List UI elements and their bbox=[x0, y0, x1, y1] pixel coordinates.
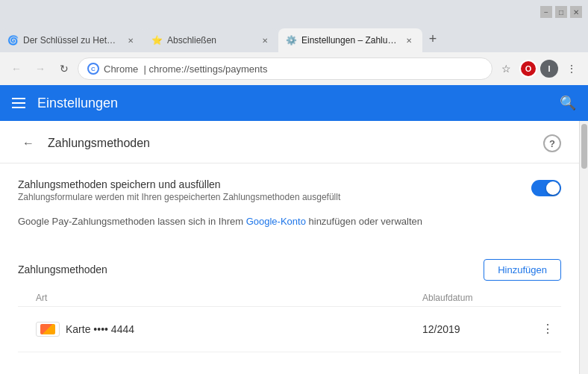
back-button[interactable]: ← bbox=[6, 58, 27, 79]
toggle-thumb bbox=[546, 181, 560, 195]
google-pay-text: Google Pay-Zahlungsmethoden lassen sich … bbox=[18, 214, 561, 229]
help-button[interactable]: ? bbox=[543, 134, 561, 152]
tab-1-icon: 🌀 bbox=[7, 35, 19, 46]
hamburger-line-2 bbox=[12, 102, 25, 104]
address-text: Chrome | chrome://settings/payments bbox=[104, 63, 267, 75]
toggle-label: Zahlungsmethoden speichern und ausfüllen bbox=[18, 178, 340, 190]
reload-button[interactable]: ↻ bbox=[54, 58, 75, 79]
toggle-text: Zahlungsmethoden speichern und ausfüllen… bbox=[18, 178, 340, 202]
tab-3-label: Einstellungen – Zahlungs bbox=[301, 35, 398, 46]
content-area: ← Zahlungsmethoden ? Zahlungsmethoden sp… bbox=[0, 121, 579, 374]
col-expiry-header: Ablaufdatum bbox=[422, 293, 534, 303]
tab-bar: 🌀 Der Schlüssel zu Hetman P ✕ ⭐ Abschlie… bbox=[0, 24, 588, 52]
col-type-header: Art bbox=[36, 293, 422, 303]
address-bar-row: ← → ↻ C Chrome | chrome://settings/payme… bbox=[0, 52, 588, 85]
tab-1-close[interactable]: ✕ bbox=[125, 34, 137, 46]
maximize-button[interactable]: □ bbox=[555, 6, 567, 18]
add-payment-button[interactable]: Hinzufügen bbox=[484, 259, 561, 281]
tab-2-close[interactable]: ✕ bbox=[259, 34, 271, 46]
tab-1-label: Der Schlüssel zu Hetman P bbox=[23, 35, 120, 46]
close-button[interactable]: ✕ bbox=[570, 6, 582, 18]
new-tab-button[interactable]: + bbox=[422, 28, 443, 49]
tab-2[interactable]: ⭐ Abschließen ✕ bbox=[144, 28, 278, 52]
table-row: Karte •••• 4444 12/2019 ⋮ bbox=[18, 307, 561, 352]
title-bar: − □ ✕ bbox=[0, 0, 588, 24]
tab-2-icon: ⭐ bbox=[151, 35, 163, 46]
main-content: ← Zahlungsmethoden ? Zahlungsmethoden sp… bbox=[0, 121, 588, 374]
payment-toggle[interactable] bbox=[531, 180, 561, 196]
hamburger-line-3 bbox=[12, 107, 25, 108]
table-header: Art Ablaufdatum bbox=[18, 290, 561, 307]
chrome-search-icon[interactable]: 🔍 bbox=[560, 95, 576, 111]
col-actions-header bbox=[534, 293, 561, 303]
address-bar[interactable]: C Chrome | chrome://settings/payments bbox=[78, 57, 492, 80]
settings-section: Zahlungsmethoden speichern und ausfüllen… bbox=[0, 163, 579, 259]
page-title: Zahlungsmethoden bbox=[48, 137, 150, 150]
card-expiry: 12/2019 bbox=[422, 323, 534, 335]
payment-methods-section: Zahlungsmethoden Hinzufügen Art Ablaufda… bbox=[0, 259, 579, 352]
chrome-header: Einstellungen 🔍 bbox=[0, 85, 588, 121]
menu-button[interactable]: ⋮ bbox=[561, 58, 582, 79]
scrollbar[interactable] bbox=[579, 121, 588, 374]
toggle-row: Zahlungsmethoden speichern und ausfüllen… bbox=[18, 178, 561, 202]
card-more-button[interactable]: ⋮ bbox=[534, 316, 561, 343]
opera-icon[interactable]: O bbox=[519, 60, 537, 78]
google-konto-link[interactable]: Google-Konto bbox=[246, 216, 306, 227]
page-back-button[interactable]: ← bbox=[18, 133, 39, 154]
tab-1[interactable]: 🌀 Der Schlüssel zu Hetman P ✕ bbox=[0, 28, 144, 52]
hamburger-line-1 bbox=[12, 98, 25, 99]
card-icon bbox=[36, 322, 60, 337]
forward-button[interactable]: → bbox=[30, 58, 51, 79]
bookmark-button[interactable]: ☆ bbox=[495, 58, 516, 79]
pm-section-title: Zahlungsmethoden bbox=[18, 264, 107, 275]
tab-3-icon: ⚙️ bbox=[286, 35, 297, 46]
card-icon-inner bbox=[40, 324, 55, 334]
tab-3-close[interactable]: ✕ bbox=[403, 34, 415, 46]
tab-3[interactable]: ⚙️ Einstellungen – Zahlungs ✕ bbox=[278, 28, 422, 52]
page-header: ← Zahlungsmethoden ? bbox=[0, 121, 579, 163]
toolbar-icons: ☆ O I ⋮ bbox=[495, 58, 582, 79]
profile-icon[interactable]: I bbox=[540, 60, 558, 78]
pm-header: Zahlungsmethoden Hinzufügen bbox=[18, 259, 561, 281]
scrollbar-thumb[interactable] bbox=[581, 124, 587, 169]
tab-2-label: Abschließen bbox=[167, 35, 216, 46]
card-name: Karte •••• 4444 bbox=[66, 323, 134, 335]
hamburger-menu[interactable] bbox=[12, 98, 25, 108]
card-info: Karte •••• 4444 bbox=[36, 322, 422, 337]
chrome-app-title: Einstellungen bbox=[37, 96, 118, 111]
minimize-button[interactable]: − bbox=[540, 6, 552, 18]
site-security-icon: C bbox=[87, 63, 99, 75]
toggle-desc: Zahlungsformulare werden mit Ihren gespe… bbox=[18, 192, 340, 202]
